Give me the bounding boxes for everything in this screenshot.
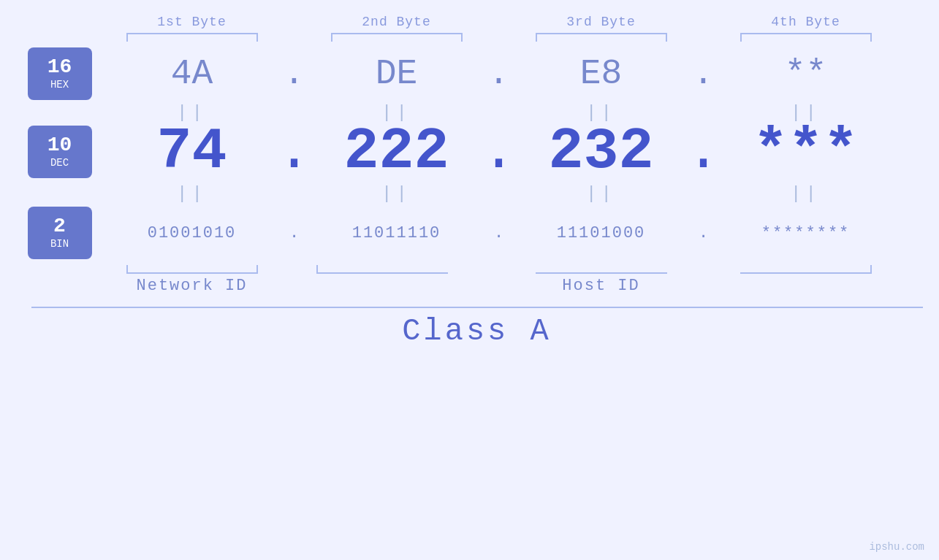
- network-id-label: Network ID: [112, 277, 273, 295]
- bin-dot1: .: [289, 224, 299, 242]
- eq2-b2: ||: [316, 184, 477, 204]
- bracket-byte4: [740, 33, 872, 42]
- hex-byte1: 4A: [171, 54, 213, 93]
- eq-row-2: || || || ||: [17, 184, 938, 204]
- hex-byte3: E8: [580, 54, 623, 93]
- dec-badge-label: DEC: [50, 157, 69, 169]
- bin-badge-label: BIN: [50, 238, 69, 250]
- dec-row: 10 DEC 74 . 222 . 232 . ***: [17, 123, 938, 181]
- eq2-b4: ||: [726, 184, 886, 204]
- bin-badge-number: 2: [53, 216, 66, 237]
- dec-badge: 10 DEC: [28, 126, 92, 178]
- hex-dot1: .: [284, 54, 305, 93]
- class-a-row: Class A: [17, 314, 938, 349]
- bin-badge: 2 BIN: [28, 207, 92, 259]
- bottom-bracket-byte2-left: [316, 265, 448, 274]
- bottom-bracket-byte4-right: [740, 265, 872, 274]
- bracket-byte2: [331, 33, 463, 42]
- header-row: 1st Byte 2nd Byte 3rd Byte 4th Byte: [17, 15, 938, 29]
- dec-byte4: ***: [753, 123, 858, 181]
- bracket-byte3: [536, 33, 667, 42]
- class-divider: [31, 307, 923, 308]
- byte4-label: 4th Byte: [726, 15, 886, 29]
- bin-byte2: 11011110: [352, 224, 441, 242]
- dec-byte2: 222: [343, 123, 449, 181]
- bin-byte1: 01001010: [148, 224, 237, 242]
- bottom-bracket-row: [17, 265, 938, 274]
- dec-dot2: .: [481, 123, 516, 181]
- eq2-b3: ||: [521, 184, 682, 204]
- hex-byte4: **: [785, 54, 827, 93]
- dec-byte1: 74: [156, 123, 227, 181]
- bracket-byte1: [126, 33, 258, 42]
- bottom-bracket-byte3: [536, 265, 667, 274]
- hex-badge: 16 HEX: [28, 47, 92, 100]
- bottom-bracket-byte1: [126, 265, 258, 274]
- dec-dot3: .: [685, 123, 721, 181]
- dec-byte3: 232: [548, 123, 653, 181]
- hex-badge-number: 16: [47, 57, 72, 77]
- bin-byte3: 11101000: [557, 224, 646, 242]
- hex-row: 16 HEX 4A . DE . E8 . **: [17, 47, 938, 100]
- byte3-label: 3rd Byte: [521, 15, 682, 29]
- watermark: ipshu.com: [869, 541, 924, 553]
- main-container: 1st Byte 2nd Byte 3rd Byte 4th Byte 16 H…: [0, 0, 939, 560]
- id-label-row: Network ID Host ID: [17, 277, 938, 295]
- hex-dot2: .: [488, 54, 509, 93]
- top-bracket-row: [17, 33, 938, 42]
- byte2-label: 2nd Byte: [316, 15, 477, 29]
- dec-badge-number: 10: [47, 135, 72, 156]
- byte1-label: 1st Byte: [112, 15, 273, 29]
- bin-byte4: ********: [761, 224, 851, 242]
- class-a-text: Class A: [402, 314, 551, 349]
- host-id-label: Host ID: [521, 277, 682, 295]
- eq2-b1: ||: [112, 184, 273, 204]
- hex-dot3: .: [693, 54, 714, 93]
- hex-badge-label: HEX: [50, 79, 69, 91]
- hex-byte2: DE: [376, 54, 418, 93]
- bin-row: 2 BIN 01001010 . 11011110 . 11101000 . *…: [17, 207, 938, 259]
- bin-dot3: .: [699, 224, 708, 242]
- bin-dot2: .: [494, 224, 503, 242]
- dec-dot1: .: [276, 123, 311, 181]
